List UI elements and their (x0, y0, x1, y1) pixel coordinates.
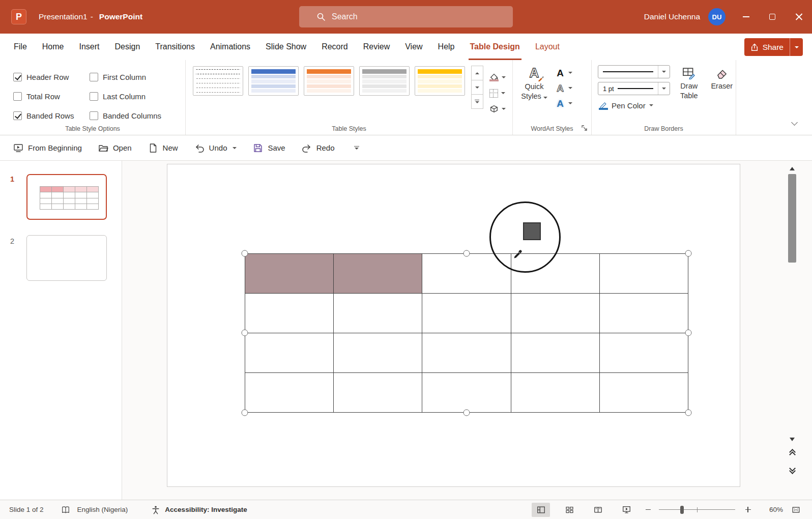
slide-indicator[interactable]: Slide 1 of 2 (9, 506, 44, 513)
zoom-slider[interactable] (659, 505, 735, 514)
table-cell[interactable] (422, 294, 511, 333)
table-cell[interactable] (422, 333, 511, 373)
tab-insert[interactable]: Insert (71, 34, 107, 60)
zoom-level[interactable]: 60% (761, 506, 783, 513)
zoom-in-button[interactable] (742, 504, 753, 515)
checkbox-banded-rows[interactable]: Banded Rows (13, 111, 90, 120)
slide-2-thumbnail[interactable] (26, 235, 107, 281)
table-resize-handle-s[interactable] (463, 410, 470, 416)
table-style-swatch-orange[interactable] (304, 66, 354, 96)
undo-button[interactable]: Undo (194, 143, 237, 153)
table-cell[interactable] (600, 373, 688, 413)
quick-styles-button[interactable]: A Quick Styles (518, 65, 550, 135)
checkbox-first-column[interactable]: First Column (90, 73, 185, 81)
table-cell[interactable] (600, 254, 688, 294)
search-input[interactable] (332, 12, 484, 21)
dropdown-arrow[interactable] (658, 82, 670, 95)
tab-layout[interactable]: Layout (528, 34, 567, 60)
shading-button[interactable] (489, 71, 512, 84)
table-cell[interactable] (334, 294, 422, 333)
close-button[interactable] (786, 0, 812, 34)
undo-dropdown-icon[interactable] (233, 147, 237, 149)
tab-record[interactable]: Record (314, 34, 356, 60)
table-cell[interactable] (334, 254, 422, 294)
slide-1-thumbnail[interactable] (26, 174, 107, 220)
eraser-button[interactable]: Eraser (708, 65, 736, 135)
text-fill-button[interactable]: A (555, 66, 574, 79)
share-dropdown[interactable] (790, 38, 803, 56)
tab-design[interactable]: Design (107, 34, 148, 60)
tab-animations[interactable]: Animations (202, 34, 258, 60)
pen-weight-dropdown[interactable]: 1 pt (598, 82, 670, 95)
scroll-up-button[interactable] (788, 164, 797, 173)
zoom-slider-thumb[interactable] (680, 506, 684, 514)
tab-table-design[interactable]: Table Design (462, 34, 528, 60)
table-cell[interactable] (245, 294, 334, 333)
new-button[interactable]: New (148, 143, 178, 153)
tab-transitions[interactable]: Transitions (148, 34, 202, 60)
table-cell[interactable] (245, 333, 334, 373)
checkbox-header-row[interactable]: Header Row (13, 73, 90, 81)
tab-home[interactable]: Home (35, 34, 72, 60)
slide-show-view-button[interactable] (617, 503, 635, 517)
table-style-swatch-yellow[interactable] (415, 66, 465, 96)
pen-color-button[interactable]: Pen Color (598, 99, 670, 112)
borders-button[interactable] (489, 86, 512, 100)
table-resize-handle-nw[interactable] (242, 250, 248, 257)
checkbox-banded-columns[interactable]: Banded Columns (90, 111, 185, 120)
reading-view-button[interactable] (589, 503, 607, 517)
checkbox-last-column[interactable]: Last Column (90, 92, 185, 101)
table-cell[interactable] (511, 373, 600, 413)
styles-scroll-down-button[interactable] (471, 80, 483, 95)
accessibility-status-button[interactable]: Accessibility: Investigate (165, 506, 247, 513)
slide-1-surface[interactable] (167, 164, 740, 487)
table-cell[interactable] (600, 294, 688, 333)
tab-view[interactable]: View (397, 34, 430, 60)
normal-view-button[interactable] (532, 503, 550, 517)
table-style-swatch-blue[interactable] (248, 66, 299, 96)
table-cell[interactable] (245, 373, 334, 413)
from-beginning-button[interactable]: From Beginning (13, 143, 82, 153)
table-resize-handle-sw[interactable] (242, 410, 248, 416)
table-cell[interactable] (511, 333, 600, 373)
save-button[interactable]: Save (253, 143, 285, 153)
table-cell[interactable] (600, 333, 688, 373)
tab-file[interactable]: File (6, 34, 35, 60)
slide-sorter-view-button[interactable] (560, 503, 578, 517)
fit-slide-to-window-button[interactable] (791, 505, 801, 514)
redo-button[interactable]: Redo (302, 143, 335, 153)
table-resize-handle-n[interactable] (463, 250, 470, 257)
vertical-scrollbar[interactable] (788, 164, 797, 479)
table-style-swatch-plain[interactable] (193, 66, 243, 96)
table-cell[interactable] (511, 294, 600, 333)
scroll-down-button[interactable] (788, 435, 797, 444)
draw-table-button[interactable]: Draw Table (675, 65, 703, 135)
avatar[interactable]: DU (708, 8, 726, 25)
table-resize-handle-w[interactable] (242, 330, 248, 336)
styles-scroll-up-button[interactable] (471, 66, 483, 80)
collapse-ribbon-button[interactable] (787, 118, 802, 130)
table-resize-handle-se[interactable] (685, 410, 692, 416)
language-button[interactable]: English (Nigeria) (77, 506, 128, 513)
text-outline-button[interactable]: A (555, 81, 574, 95)
tab-help[interactable]: Help (430, 34, 462, 60)
table-cell[interactable] (245, 254, 334, 294)
zoom-out-button[interactable] (643, 504, 654, 515)
open-button[interactable]: Open (98, 143, 132, 153)
previous-slide-button[interactable] (788, 450, 797, 459)
checkbox-total-row[interactable]: Total Row (13, 92, 90, 101)
next-slide-button[interactable] (788, 466, 797, 475)
table-cell[interactable] (334, 373, 422, 413)
table-resize-handle-ne[interactable] (685, 250, 692, 257)
share-button[interactable]: Share (744, 38, 803, 56)
maximize-button[interactable] (759, 0, 786, 34)
customize-quick-access-button[interactable] (354, 146, 359, 150)
pen-style-dropdown[interactable] (598, 65, 670, 78)
search-box[interactable] (299, 6, 513, 27)
spell-check-icon[interactable] (61, 505, 70, 514)
dropdown-arrow[interactable] (658, 66, 670, 78)
tab-review[interactable]: Review (356, 34, 397, 60)
table-cell[interactable] (422, 373, 511, 413)
slide-table[interactable] (245, 253, 688, 413)
table-style-swatch-gray[interactable] (359, 66, 410, 96)
